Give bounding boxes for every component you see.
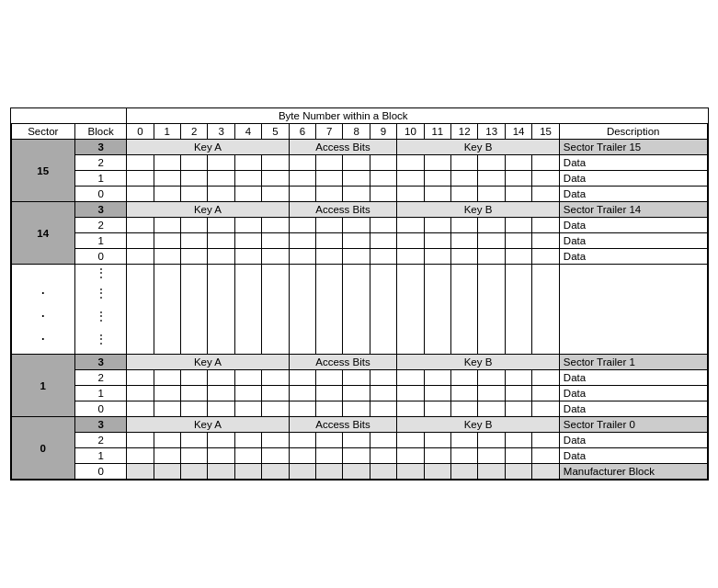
byte-cell: [127, 401, 154, 417]
byte-cell: [127, 386, 154, 401]
byte-cell: [154, 464, 180, 480]
description-cell: [559, 281, 707, 304]
description-cell: Data: [559, 218, 707, 233]
table-row: 1Data: [11, 233, 707, 249]
byte-cell: [424, 155, 450, 171]
byte-cell: [505, 249, 531, 265]
byte-cell: [397, 304, 424, 327]
byte-9-header: 9: [370, 124, 396, 140]
byte-cell: [397, 386, 424, 401]
byte-cell: [451, 187, 478, 202]
byte-cell: [370, 327, 396, 350]
byte-cell: [181, 401, 208, 417]
byte-cell: [532, 401, 560, 417]
byte-cell: [370, 218, 396, 233]
byte-cell: [370, 187, 396, 202]
description-cell: Data: [559, 448, 707, 464]
byte-cell: [289, 464, 315, 480]
byte-cell: [478, 218, 505, 233]
byte-cell: [181, 187, 208, 202]
byte-cell: [505, 171, 531, 187]
byte-cell: [181, 233, 208, 249]
byte-cell: [451, 233, 478, 249]
table-row: 2Data: [11, 155, 707, 171]
byte-cell: [234, 401, 261, 417]
byte-cell: [343, 233, 370, 249]
byte-13-header: 13: [478, 124, 505, 140]
table-row: 13Key AAccess BitsKey BSector Trailer 1: [11, 355, 707, 370]
byte-cell: [262, 187, 289, 202]
byte-cell: [208, 155, 234, 171]
byte-cell: [397, 433, 424, 448]
byte-cell: [208, 304, 234, 327]
byte-cell: [478, 401, 505, 417]
byte-cell: [397, 370, 424, 386]
byte-cell: [181, 448, 208, 464]
byte-cell: [234, 187, 261, 202]
byte-cell: [370, 171, 396, 187]
block-cell: 1: [75, 171, 127, 187]
byte-cell: [289, 249, 315, 265]
description-cell: Sector Trailer 0: [559, 417, 707, 433]
main-table: Byte Number within a Block Sector Block …: [11, 108, 708, 480]
byte-cell: [127, 370, 154, 386]
access-bits-cell: Access Bits: [289, 140, 397, 155]
byte-cell: [505, 370, 531, 386]
byte-cell: [505, 233, 531, 249]
byte-cell: [234, 233, 261, 249]
byte-cell: [370, 464, 396, 480]
byte-cell: [397, 448, 424, 464]
byte-cell: [478, 464, 505, 480]
byte-cell: [208, 464, 234, 480]
byte-cell: [478, 265, 505, 282]
title-row: Byte Number within a Block: [11, 108, 707, 124]
byte-cell: [234, 155, 261, 171]
byte-6-header: 6: [289, 124, 315, 140]
byte-cell: [154, 386, 180, 401]
block-cell: 3: [75, 417, 127, 433]
byte-cell: [181, 218, 208, 233]
key-b-cell: Key B: [397, 140, 560, 155]
byte-cell: [451, 401, 478, 417]
byte-cell: [451, 249, 478, 265]
byte-cell: [262, 433, 289, 448]
byte-cell: [424, 187, 450, 202]
byte-cell: [343, 370, 370, 386]
byte-cell: [451, 265, 478, 282]
byte-14-header: 14: [505, 124, 531, 140]
byte-cell: [181, 265, 208, 282]
key-a-cell: Key A: [127, 355, 289, 370]
dots-row: ·⋮: [11, 327, 707, 350]
byte-cell: [289, 281, 315, 304]
byte-cell: [532, 218, 560, 233]
sector-cell: 0: [11, 417, 75, 480]
table-row: 2Data: [11, 218, 707, 233]
byte-cell: [289, 233, 315, 249]
byte-cell: [451, 327, 478, 350]
block-cell: ⋮: [75, 281, 127, 304]
byte-cell: [262, 281, 289, 304]
block-cell: 3: [75, 140, 127, 155]
byte-cell: [127, 327, 154, 350]
description-cell: Data: [559, 401, 707, 417]
byte-cell: [262, 448, 289, 464]
byte-cell: [181, 386, 208, 401]
byte-cell: [451, 448, 478, 464]
table-row: 0Data: [11, 401, 707, 417]
byte-cell: [154, 171, 180, 187]
key-a-cell: Key A: [127, 202, 289, 218]
byte-cell: [424, 327, 450, 350]
byte-cell: [505, 448, 531, 464]
block-cell: 0: [75, 249, 127, 265]
byte-cell: [127, 265, 154, 282]
byte-cell: [532, 187, 560, 202]
description-cell: Data: [559, 233, 707, 249]
byte-cell: [532, 370, 560, 386]
byte-cell: [532, 448, 560, 464]
byte-cell: [370, 304, 396, 327]
byte-cell: [316, 464, 343, 480]
block-cell: 1: [75, 386, 127, 401]
byte-cell: [262, 171, 289, 187]
byte-cell: [208, 187, 234, 202]
byte-cell: [505, 327, 531, 350]
